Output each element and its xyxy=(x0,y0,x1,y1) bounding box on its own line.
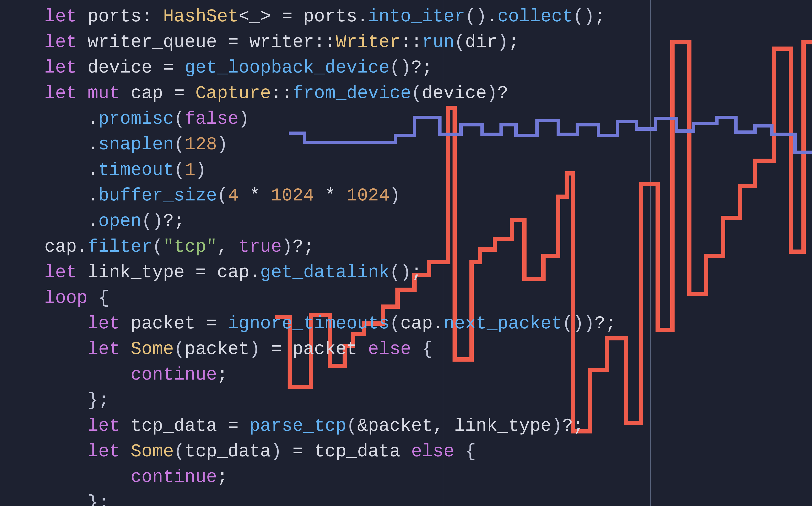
code-token: open xyxy=(98,211,142,232)
code-token: 1024 xyxy=(346,185,389,206)
code-token: 1024 xyxy=(271,185,314,206)
code-token: = xyxy=(174,83,195,104)
code-token: tcp_data xyxy=(120,416,228,436)
code-token xyxy=(44,390,88,411)
code-block[interactable]: let ports: HashSet<_> = ports.into_iter(… xyxy=(44,4,616,506)
code-token: Writer xyxy=(336,32,400,53)
code-token: Some xyxy=(131,339,174,359)
code-token: { xyxy=(465,441,476,462)
code-token xyxy=(44,339,88,359)
code-token: 4 xyxy=(228,185,239,206)
code-token: :: xyxy=(271,83,292,104)
code-token: () xyxy=(573,6,595,27)
code-token: ? xyxy=(498,83,508,104)
code-token xyxy=(44,467,131,487)
code-token: ( xyxy=(454,32,465,53)
code-token: ( xyxy=(346,416,357,436)
code-token: = xyxy=(271,6,303,27)
code-token: ports xyxy=(303,6,357,27)
code-token: filter xyxy=(88,237,152,257)
code-token: continue xyxy=(131,364,217,385)
code-token: into_iter xyxy=(368,6,465,27)
code-token: ( xyxy=(174,160,185,180)
code-token: ( xyxy=(174,109,185,129)
code-token: ) xyxy=(389,185,400,206)
code-token: ; xyxy=(217,467,228,487)
code-token: = xyxy=(228,32,249,53)
code-token: = xyxy=(292,441,314,462)
code-token: : xyxy=(142,6,163,27)
code-token: let xyxy=(88,441,120,462)
code-token: snaplen xyxy=(98,134,174,155)
code-token xyxy=(44,493,88,506)
code-token: Some xyxy=(131,441,174,462)
code-token: ( xyxy=(174,134,185,155)
code-token: link_type xyxy=(454,416,551,436)
code-token: ) xyxy=(217,134,228,155)
code-token: _ xyxy=(249,6,260,27)
code-token xyxy=(44,109,88,129)
code-token xyxy=(77,83,88,104)
code-token xyxy=(88,288,98,308)
code-token: next_packet xyxy=(443,313,562,334)
code-token xyxy=(44,416,88,436)
code-token xyxy=(282,441,292,462)
code-token: ( xyxy=(152,237,163,257)
code-token: get_loopback_device xyxy=(185,58,389,78)
code-token: = xyxy=(206,313,228,334)
code-token: . xyxy=(88,185,98,206)
code-token: loop xyxy=(44,288,88,308)
code-token: collect xyxy=(498,6,573,27)
code-token: parse_tcp xyxy=(249,416,346,436)
code-token: . xyxy=(88,109,98,129)
code-token: ( xyxy=(389,313,400,334)
code-token: :: xyxy=(400,32,422,53)
code-token xyxy=(44,160,88,180)
code-token: ( xyxy=(411,83,422,104)
code-token: packet xyxy=(368,416,433,436)
code-token: ( xyxy=(174,441,185,462)
code-token: () xyxy=(142,211,163,232)
code-token: let xyxy=(44,58,77,78)
code-token: writer_queue xyxy=(77,32,228,53)
code-token: link_type xyxy=(77,262,195,283)
code-token: mut xyxy=(88,83,120,104)
code-token: ) xyxy=(249,339,260,359)
code-token: :: xyxy=(314,32,336,53)
code-token: ?; xyxy=(163,211,185,232)
code-editor: let ports: HashSet<_> = ports.into_iter(… xyxy=(0,0,812,506)
code-token xyxy=(120,441,131,462)
code-token xyxy=(411,339,422,359)
code-token: packet xyxy=(185,339,249,359)
code-token: get_datalink xyxy=(260,262,389,283)
code-token xyxy=(44,313,88,334)
code-token: . xyxy=(88,160,98,180)
code-token: ; xyxy=(411,262,422,283)
code-token xyxy=(260,339,271,359)
code-token: () xyxy=(389,58,411,78)
code-token: tcp_data xyxy=(314,441,411,462)
code-token: . xyxy=(88,211,98,232)
code-token: from_device xyxy=(292,83,411,104)
code-token: ; xyxy=(217,364,228,385)
code-token: let xyxy=(44,83,77,104)
code-token: let xyxy=(88,313,120,334)
code-token xyxy=(44,134,88,155)
code-token xyxy=(120,339,131,359)
code-token: tcp_data xyxy=(185,441,271,462)
code-token: ignore_timeouts xyxy=(228,313,389,334)
code-token: packet xyxy=(292,339,368,359)
code-token: let xyxy=(44,32,77,53)
code-token: . xyxy=(433,313,443,334)
code-token: ) xyxy=(195,160,206,180)
code-token: . xyxy=(486,6,498,27)
code-token: () xyxy=(562,313,583,334)
code-token: ports xyxy=(77,6,142,27)
code-token: buffer_size xyxy=(98,185,217,206)
code-token: timeout xyxy=(98,160,174,180)
code-token: & xyxy=(357,416,368,436)
code-token: cap xyxy=(217,262,249,283)
code-token: device xyxy=(422,83,486,104)
code-token: = xyxy=(271,339,292,359)
code-token: ; xyxy=(595,6,606,27)
